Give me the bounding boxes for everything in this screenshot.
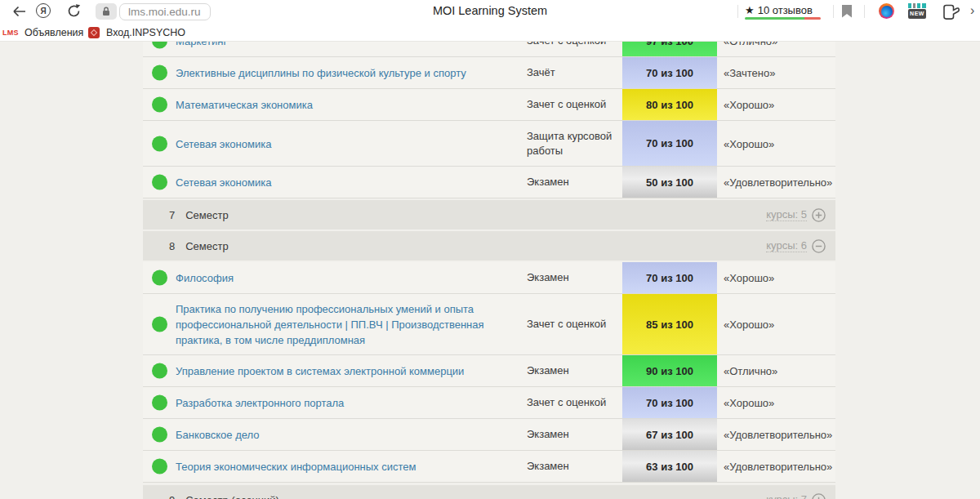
- reviews-label: 10 отзывов: [758, 4, 813, 16]
- status-dot-icon: [152, 175, 167, 190]
- semester-number: 7: [169, 209, 175, 221]
- score-cell: 70 из 100: [622, 57, 717, 88]
- score-cell: 90 из 100: [622, 355, 717, 386]
- address-bar[interactable]: lms.moi.edu.ru: [96, 3, 211, 20]
- grade-text: «Удовлетворительно»: [724, 429, 832, 441]
- status-dot-icon: [152, 317, 167, 332]
- table-row: Практика по получению профессиональных у…: [143, 294, 835, 355]
- yandex-icon[interactable]: Я: [36, 3, 51, 18]
- table-row: Банковское дело Экзамен 67 из 100 «Удовл…: [143, 419, 835, 451]
- grade-text: «Хорошо»: [724, 319, 774, 331]
- exam-type: Экзамен: [527, 459, 618, 474]
- exam-type: Экзамен: [527, 270, 618, 285]
- semester-row-9[interactable]: 9 Семестр (осенний) курсы: 7: [143, 485, 835, 499]
- exam-type: Экзамен: [527, 175, 618, 189]
- status-dot-icon: [152, 97, 167, 113]
- exam-type: Экзамен: [527, 427, 618, 442]
- collections-icon[interactable]: [941, 4, 960, 20]
- lock-icon: [96, 3, 117, 20]
- course-link[interactable]: Сетевая экономика: [176, 175, 523, 190]
- score-cell: 70 из 100: [622, 262, 717, 293]
- lms-favicon: LMS: [2, 29, 19, 37]
- table-row: Управление проектом в системах электронн…: [143, 355, 835, 387]
- rating-bar-negative: [804, 17, 821, 20]
- yandex-letter: Я: [40, 7, 46, 16]
- course-link[interactable]: Математическая экономика: [176, 97, 523, 113]
- table-row: Сетевая экономика Защита курсовой работы…: [143, 121, 835, 167]
- inpsycho-favicon: [88, 27, 100, 38]
- new-icon-pixels: [908, 3, 926, 8]
- bookmark-announcements[interactable]: LMS: [2, 23, 19, 42]
- exam-type: Зачёт: [527, 65, 618, 80]
- expand-plus-icon[interactable]: [812, 208, 826, 222]
- grade-text: «Зачтено»: [724, 67, 775, 79]
- semester-label: Семестр: [185, 240, 228, 252]
- score-cell: 67 из 100: [622, 419, 717, 450]
- reviews-rating[interactable]: ★ 10 отзывов: [745, 4, 813, 16]
- courses-count-link[interactable]: курсы: 6: [766, 239, 807, 252]
- status-dot-icon: [152, 270, 167, 286]
- score-cell: 80 из 100: [622, 89, 717, 120]
- grade-text: «Удовлетворительно»: [724, 176, 832, 189]
- score-cell: 50 из 100: [622, 167, 717, 198]
- new-extension-icon[interactable]: NEW: [908, 3, 926, 20]
- collapse-minus-icon[interactable]: [812, 239, 826, 253]
- star-icon: ★: [745, 4, 755, 16]
- semester-row-8[interactable]: 8 Семестр курсы: 6: [143, 231, 835, 261]
- course-link[interactable]: Разработка электронного портала: [176, 395, 523, 411]
- courses-count-link[interactable]: курсы: 7: [766, 493, 807, 499]
- bookmark-inpsycho[interactable]: [88, 23, 100, 42]
- semester-label: Семестр: [185, 209, 228, 221]
- bookmark-inpsycho-label[interactable]: Вход.INPSYCHO: [106, 23, 185, 42]
- semester-number: 8: [169, 240, 175, 252]
- table-row: Теория экономических информационных сист…: [143, 451, 835, 483]
- table-row: Элективные дисциплины по физической куль…: [143, 57, 835, 89]
- course-link[interactable]: Элективные дисциплины по физической куль…: [176, 65, 523, 81]
- status-dot-icon: [152, 136, 167, 151]
- bookmarks-bar: LMS Объявления Вход.INPSYCHO: [0, 23, 980, 42]
- score-cell: 85 из 100: [622, 294, 717, 354]
- grade-text: «Отлично»: [724, 365, 777, 377]
- url-text[interactable]: lms.moi.edu.ru: [119, 3, 211, 20]
- grade-text: «Удовлетворительно»: [724, 461, 832, 473]
- grade-text: «Хорошо»: [724, 272, 774, 284]
- bookmark-announcements-label[interactable]: Объявления: [24, 23, 83, 42]
- toolbar-overflow-chevron[interactable]: ›: [970, 3, 974, 18]
- table-row: Сетевая экономика Экзамен 50 из 100 «Удо…: [143, 167, 835, 198]
- rating-bar-positive: [745, 17, 804, 20]
- exam-type: Зачет с оценкой: [527, 97, 618, 112]
- expand-plus-icon[interactable]: [812, 493, 826, 499]
- exam-type: Экзамен: [527, 363, 618, 378]
- course-link[interactable]: Практика по получению профессиональных у…: [176, 301, 523, 348]
- table-row: Философия Экзамен 70 из 100 «Хорошо»: [143, 262, 835, 294]
- exam-type: Зачет с оценкой: [527, 395, 618, 410]
- score-cell: 70 из 100: [622, 121, 717, 166]
- exam-type: Защита курсовой работы: [527, 129, 618, 158]
- table-row: Математическая экономика Зачет с оценкой…: [143, 89, 835, 121]
- semester-label: Семестр (осенний): [185, 494, 279, 499]
- browser-sphere-icon[interactable]: [879, 3, 894, 19]
- course-link[interactable]: Теория экономических информационных сист…: [176, 459, 523, 474]
- course-link[interactable]: Сетевая экономика: [176, 136, 523, 151]
- status-dot-icon: [152, 427, 167, 443]
- course-link[interactable]: Философия: [176, 270, 523, 286]
- refresh-icon[interactable]: [67, 3, 82, 19]
- score-cell: 63 из 100: [622, 451, 717, 482]
- course-link[interactable]: Банковское дело: [176, 427, 523, 443]
- courses-count-link[interactable]: курсы: 5: [766, 208, 807, 221]
- exam-type: Зачет с оценкой: [527, 317, 618, 332]
- back-icon[interactable]: [11, 4, 27, 19]
- course-link[interactable]: Управление проектом в системах электронн…: [176, 363, 523, 379]
- status-dot-icon: [152, 395, 167, 411]
- bookmark-flag-icon[interactable]: [842, 5, 852, 18]
- semester-row-7[interactable]: 7 Семестр курсы: 5: [143, 200, 835, 229]
- browser-toolbar: Я lms.moi.edu.ru MOI Learning System ★ 1…: [0, 0, 980, 23]
- page-title: MOI Learning System: [433, 4, 547, 17]
- semester-number: 9: [169, 494, 175, 499]
- score-cell: 70 из 100: [622, 387, 717, 418]
- rating-bar: [745, 17, 821, 20]
- grade-text: «Хорошо»: [724, 99, 774, 111]
- sphere-inner: [881, 6, 893, 17]
- grades-table: Маркетинг Зачет с оценкой 97 из 100 «Отл…: [143, 42, 835, 499]
- status-dot-icon: [152, 459, 167, 474]
